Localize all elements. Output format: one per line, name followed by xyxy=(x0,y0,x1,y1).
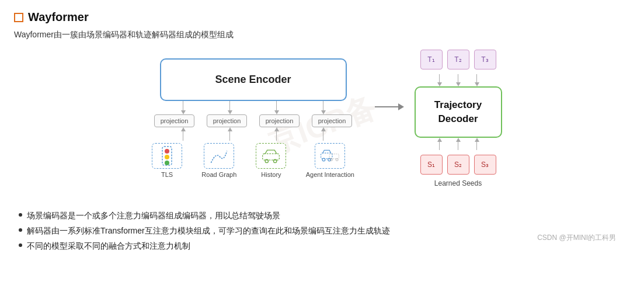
svg-point-3 xyxy=(165,161,169,165)
header-icon xyxy=(14,13,23,22)
history-icon-box xyxy=(256,143,286,169)
t-box-3: T₃ xyxy=(474,50,496,69)
s3-arrow xyxy=(475,138,479,150)
proj-box-4: projection xyxy=(312,114,353,127)
arrow-down-1 xyxy=(181,101,186,114)
history-group: History xyxy=(256,143,286,178)
s-box-3: S₃ xyxy=(474,155,496,175)
footer-credit: CSDN @开MINI的工科男 xyxy=(537,233,616,243)
seeds-label: Learned Seeds xyxy=(434,179,482,187)
road-graph-label: Road Graph xyxy=(201,171,236,178)
proj-set-3: projection xyxy=(259,114,300,127)
road-graph-icon-box xyxy=(204,143,234,169)
t-to-decoder-arrows xyxy=(437,74,479,86)
t1-arrow xyxy=(437,74,442,86)
road-graph-group: Road Graph xyxy=(201,143,236,178)
s-box-2: S₂ xyxy=(447,155,469,175)
encoder-to-decoder-arrow xyxy=(375,103,404,110)
s-box-1: S₁ xyxy=(420,155,443,175)
proj-box-2: projection xyxy=(207,114,248,127)
t2-arrow xyxy=(456,74,461,86)
s2-arrow xyxy=(456,138,461,150)
svg-point-8 xyxy=(322,158,325,161)
section-title: Wayformer xyxy=(28,11,89,24)
arrow-down-2 xyxy=(228,101,232,114)
trajectory-decoder-box: TrajectoryDecoder xyxy=(415,86,502,138)
proj-set-1: projection xyxy=(154,114,195,127)
diagram-area: 京ICP备 Scene Encoder xyxy=(14,50,630,201)
tls-icon xyxy=(159,145,175,166)
bullet-dot-3 xyxy=(19,243,22,247)
arrow-up-2 xyxy=(228,127,232,141)
bullet-text-3: 不同的模型采取不同的融合方式和注意力机制 xyxy=(27,240,190,252)
proj-set-4: projection xyxy=(312,114,353,127)
arrow-up-4 xyxy=(321,127,326,141)
agent-interaction-label: Agent Interaction xyxy=(306,171,354,178)
subtitle-text: Wayformer由一簇由场景编码器和轨迹解码器组成的模型组成 xyxy=(14,30,630,40)
proj-box-1: projection xyxy=(154,114,195,127)
tls-label: TLS xyxy=(161,171,173,178)
svg-point-2 xyxy=(165,155,169,159)
proj-box-3: projection xyxy=(259,114,300,127)
s1-arrow xyxy=(437,138,442,150)
input-icons-row: TLS Road Graph xyxy=(142,143,364,178)
trajectory-decoder-section: T₁ T₂ T₃ xyxy=(415,50,502,187)
arrow-down-4 xyxy=(321,101,326,114)
history-label: History xyxy=(261,171,281,178)
tls-group: TLS xyxy=(152,143,182,178)
tls-icon-box xyxy=(152,143,182,169)
agent-car-icon xyxy=(320,148,340,164)
bullet-text-1: 场景编码器是一个或多个注意力编码器组成编码器，用以总结驾驶场景 xyxy=(27,210,280,222)
s-to-decoder-arrows xyxy=(437,138,479,150)
arrow-up-1 xyxy=(181,127,186,141)
icons-to-proj-arrows xyxy=(160,127,347,141)
svg-point-1 xyxy=(165,149,169,154)
arrow-down-3 xyxy=(274,101,279,114)
agent-interaction-group: Agent Interaction xyxy=(306,143,354,178)
bullet-text-2: 解码器由一系列标准Transformer互注意力模块组成，可学习的查询在此和场景… xyxy=(27,225,390,237)
history-car-icon xyxy=(261,148,281,164)
road-graph-icon xyxy=(209,145,229,166)
scene-encoder-box: Scene Encoder xyxy=(160,58,347,101)
svg-rect-10 xyxy=(329,154,339,159)
section-header: Wayformer xyxy=(14,11,630,24)
bullet-dot-2 xyxy=(19,228,22,232)
proj-set-2: projection xyxy=(207,114,248,127)
t-box-2: T₂ xyxy=(447,50,469,69)
arrow-up-3 xyxy=(274,127,279,141)
encoder-to-proj-arrows xyxy=(160,101,347,114)
bullet-item-1: 场景编码器是一个或多个注意力编码器组成编码器，用以总结驾驶场景 xyxy=(19,210,630,222)
bullet-list: 场景编码器是一个或多个注意力编码器组成编码器，用以总结驾驶场景 解码器由一系列标… xyxy=(14,210,630,252)
scene-encoder-section: Scene Encoder xyxy=(142,58,364,178)
diagram-inner: Scene Encoder xyxy=(14,50,630,187)
svg-rect-4 xyxy=(263,154,280,161)
page-wrapper: Wayformer Wayformer由一簇由场景编码器和轨迹解码器组成的模型组… xyxy=(14,11,630,252)
t3-arrow xyxy=(475,74,479,86)
agent-icon-box xyxy=(315,143,345,169)
t-box-1: T₁ xyxy=(420,50,443,69)
bullet-dot-1 xyxy=(19,213,22,217)
s-boxes-row: S₁ S₂ S₃ xyxy=(420,155,496,175)
projections-row: projection projection projection project… xyxy=(148,114,358,127)
t-boxes-row: T₁ T₂ T₃ xyxy=(420,50,496,69)
